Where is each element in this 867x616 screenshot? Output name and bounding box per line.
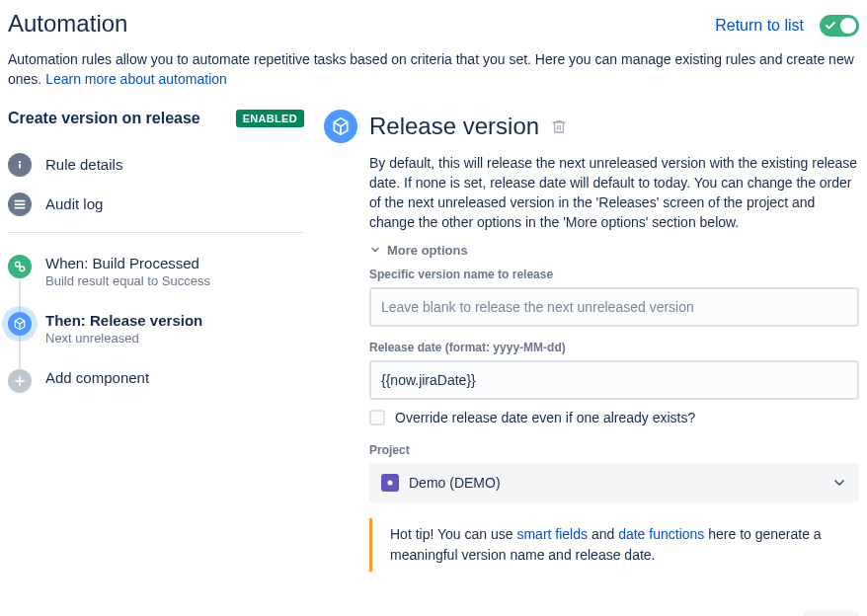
nav-rule-details[interactable]: Rule details [8,145,304,185]
save-button[interactable]: Save [804,611,859,616]
enabled-lozenge: ENABLED [236,110,304,127]
nav-label: Audit log [45,195,103,212]
svg-point-6 [20,267,25,271]
rule-name: Create version on release [8,110,200,127]
toggle-knob [840,18,856,34]
project-label: Project [369,443,859,457]
chevron-down-icon [831,475,847,491]
divider [8,232,304,233]
rule-enabled-toggle[interactable] [820,15,859,37]
tip-text: Hot tip! You can use [390,526,516,542]
more-options-label: More options [387,243,468,258]
page-title: Automation [8,10,127,38]
nav-label: Rule details [45,156,122,173]
release-date-label: Release date (format: yyyy-MM-dd) [369,341,859,354]
step-then[interactable]: Then: Release version Next unreleased [8,306,304,363]
version-name-input[interactable] [369,287,859,327]
trigger-icon [8,255,32,278]
project-selected-value: Demo (DEMO) [409,475,501,491]
svg-point-0 [19,161,21,163]
tip-text: and [588,526,618,542]
release-date-input[interactable] [369,360,859,400]
svg-point-12 [388,480,393,485]
list-icon [8,192,32,216]
release-version-icon [324,110,357,143]
date-functions-link[interactable]: date functions [618,526,704,542]
project-avatar-icon [381,474,399,492]
learn-more-link[interactable]: Learn more about automation [45,71,227,87]
nav-audit-log[interactable]: Audit log [8,185,304,224]
trash-icon[interactable] [551,118,567,134]
svg-line-7 [19,266,20,267]
step-subtitle: Next unreleased [45,331,304,346]
return-to-list-link[interactable]: Return to list [715,17,804,35]
step-title: Then: Release version [45,312,304,329]
override-date-label: Override release date even if one alread… [395,410,695,425]
project-select[interactable]: Demo (DEMO) [369,463,859,502]
svg-rect-1 [19,163,21,168]
step-title: Add component [45,369,304,386]
override-date-checkbox[interactable] [369,410,385,425]
intro-text: Automation rules allow you to automate r… [8,49,859,90]
hot-tip: Hot tip! You can use smart fields and da… [369,518,859,572]
version-name-label: Specific version name to release [369,268,859,281]
chevron-down-icon [369,244,381,256]
step-subtitle: Build result equal to Success [45,273,304,288]
panel-description: By default, this will release the next u… [369,153,859,233]
step-title: When: Build Processed [45,255,304,271]
cancel-button[interactable]: Cancel [729,611,796,616]
check-icon [825,18,836,34]
svg-point-5 [15,262,20,267]
more-options-toggle[interactable]: More options [369,243,859,258]
step-when[interactable]: When: Build Processed Build result equal… [8,249,304,306]
smart-fields-link[interactable]: smart fields [516,526,588,542]
panel-title: Release version [369,113,539,140]
plus-icon [8,369,32,393]
step-add-component[interactable]: Add component [8,363,304,411]
action-icon [8,312,32,336]
info-icon [8,153,32,177]
